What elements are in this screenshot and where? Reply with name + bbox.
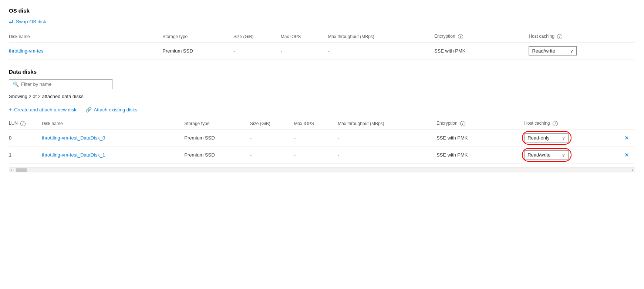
- data-col-storagetype: Storage type: [184, 118, 250, 130]
- encryption-info-icon[interactable]: i: [458, 34, 463, 39]
- diskname-cell: throttling-vm-test_DataDisk_1: [42, 147, 184, 164]
- encryption-cell: SSE with PMK: [436, 130, 524, 147]
- data-hostcaching-select-1[interactable]: Read/write ∨: [524, 150, 569, 159]
- os-hostcaching-chevron: ∨: [570, 48, 573, 54]
- size-cell: -: [250, 130, 294, 147]
- data-col-maxiops: Max IOPS: [294, 118, 338, 130]
- data-col-maxthroughput: Max throughput (MBps): [338, 118, 436, 130]
- data-disk-row: 1 throttling-vm-test_DataDisk_1 Premium …: [9, 147, 635, 164]
- os-encryption-cell: SSE with PMK: [434, 43, 529, 60]
- hostcaching-cell: Read-only ∨: [524, 130, 623, 147]
- os-size-cell: -: [233, 43, 281, 60]
- delete-disk-btn-0[interactable]: ✕: [623, 135, 631, 141]
- delete-disk-btn-1[interactable]: ✕: [623, 152, 631, 158]
- data-col-lun: LUN i: [9, 118, 42, 130]
- maxthroughput-cell: -: [338, 147, 436, 164]
- os-disk-name-link[interactable]: throttling-vm-tes: [9, 48, 43, 54]
- os-hostcaching-select[interactable]: Read/write ∨: [529, 46, 577, 56]
- data-col-encryption: Encryption i: [436, 118, 524, 130]
- diskname-cell: throttling-vm-test_DataDisk_0: [42, 130, 184, 147]
- data-disks-table: LUN i Disk name Storage type Size (GiB): [9, 118, 635, 164]
- attach-existing-label: Attach existing disks: [94, 107, 138, 112]
- hostcaching-info-icon[interactable]: i: [557, 34, 562, 39]
- os-maxiops-cell: -: [281, 43, 328, 60]
- data-hostcaching-info-icon[interactable]: i: [553, 121, 558, 126]
- os-disk-header-row: Disk name Storage type Size (GiB) Max IO…: [9, 31, 635, 43]
- plus-icon: +: [9, 107, 12, 112]
- data-col-hostcaching: Host caching i: [524, 118, 623, 130]
- os-col-size: Size (GiB): [233, 31, 281, 43]
- swap-link-label: Swap OS disk: [16, 19, 46, 24]
- os-hostcaching-value: Read/write: [532, 48, 555, 54]
- os-maxthroughput-cell: -: [328, 43, 434, 60]
- os-disk-table: Disk name Storage type Size (GiB) Max IO…: [9, 31, 635, 60]
- encryption-cell: SSE with PMK: [436, 147, 524, 164]
- attach-icon: 🔗: [85, 107, 92, 112]
- filter-input[interactable]: [21, 81, 108, 87]
- data-col-delete: [623, 118, 635, 130]
- storagetype-cell: Premium SSD: [184, 147, 250, 164]
- data-disk-link-1[interactable]: throttling-vm-test_DataDisk_1: [42, 152, 105, 158]
- maxthroughput-cell: -: [338, 130, 436, 147]
- data-hostcaching-value-1: Read/write: [527, 152, 550, 158]
- os-col-encryption: Encryption i: [434, 31, 529, 43]
- os-col-hostcaching: Host caching i: [529, 31, 635, 43]
- data-disks-section: Data disks 🔍 Showing 2 of 2 attached dat…: [9, 68, 635, 164]
- data-col-diskname: Disk name: [42, 118, 184, 130]
- delete-cell: ✕: [623, 147, 635, 164]
- maxiops-cell: -: [294, 147, 338, 164]
- data-disk-link-0[interactable]: throttling-vm-test_DataDisk_0: [42, 135, 105, 141]
- os-hostcaching-cell: Read/write ∨: [529, 43, 635, 60]
- data-disk-row: 0 throttling-vm-test_DataDisk_0 Premium …: [9, 130, 635, 147]
- data-hostcaching-chevron-0: ∨: [562, 135, 565, 141]
- os-storage-type-cell: Premium SSD: [162, 43, 233, 60]
- create-attach-label: Create and attach a new disk: [14, 107, 76, 112]
- storagetype-cell: Premium SSD: [184, 130, 250, 147]
- swap-os-disk-link[interactable]: ⇄ Swap OS disk: [9, 18, 635, 25]
- data-disks-header-row: LUN i Disk name Storage type Size (GiB): [9, 118, 635, 130]
- os-disk-row: throttling-vm-tes Premium SSD - - - SSE …: [9, 43, 635, 60]
- horizontal-scrollbar[interactable]: ‹ ›: [9, 167, 635, 172]
- search-icon: 🔍: [13, 81, 19, 87]
- os-col-storagetype: Storage type: [162, 31, 233, 43]
- scrollbar-thumb[interactable]: [16, 168, 27, 172]
- main-container: OS disk ⇄ Swap OS disk Disk name Storage…: [0, 0, 644, 180]
- maxiops-cell: -: [294, 130, 338, 147]
- showing-text: Showing 2 of 2 attached data disks: [9, 94, 635, 99]
- filter-input-wrap[interactable]: 🔍: [9, 79, 112, 89]
- data-hostcaching-select-0[interactable]: Read-only ∨: [524, 133, 569, 142]
- data-encryption-info-icon[interactable]: i: [460, 121, 465, 126]
- data-col-size: Size (GiB): [250, 118, 294, 130]
- data-disks-title: Data disks: [9, 68, 635, 75]
- attach-existing-btn[interactable]: 🔗 Attach existing disks: [85, 107, 138, 112]
- data-table-wrap: LUN i Disk name Storage type Size (GiB): [9, 118, 635, 164]
- lun-cell: 1: [9, 147, 42, 164]
- os-col-maxthroughput: Max throughput (MBps): [328, 31, 434, 43]
- data-hostcaching-value-0: Read-only: [527, 135, 549, 141]
- action-bar: + Create and attach a new disk 🔗 Attach …: [9, 107, 635, 112]
- scroll-right-arrow[interactable]: ›: [630, 168, 635, 172]
- size-cell: -: [250, 147, 294, 164]
- delete-cell: ✕: [623, 130, 635, 147]
- swap-icon: ⇄: [9, 18, 14, 25]
- os-col-maxiops: Max IOPS: [281, 31, 328, 43]
- lun-cell: 0: [9, 130, 42, 147]
- os-disk-title: OS disk: [9, 7, 635, 14]
- scroll-left-arrow[interactable]: ‹: [9, 168, 14, 172]
- create-attach-btn[interactable]: + Create and attach a new disk: [9, 107, 77, 112]
- lun-info-icon[interactable]: i: [20, 121, 26, 126]
- data-hostcaching-chevron-1: ∨: [562, 152, 565, 158]
- os-disk-name-cell: throttling-vm-tes: [9, 43, 162, 60]
- hostcaching-cell: Read/write ∨: [524, 147, 623, 164]
- os-col-diskname: Disk name: [9, 31, 162, 43]
